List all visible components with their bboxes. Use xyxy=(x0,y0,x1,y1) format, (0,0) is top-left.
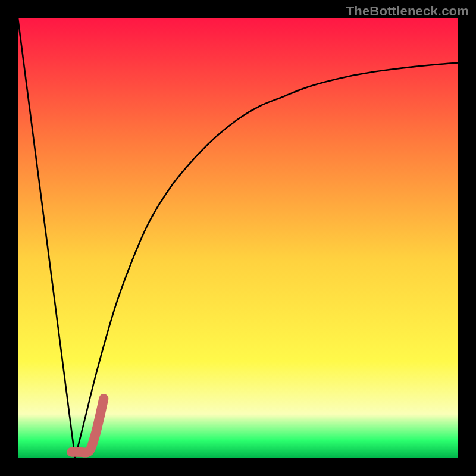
bottleneck-curve-chart xyxy=(18,18,458,458)
gradient-background xyxy=(18,18,458,458)
chart-frame: TheBottleneck.com xyxy=(0,0,476,476)
watermark-label: TheBottleneck.com xyxy=(346,4,469,19)
